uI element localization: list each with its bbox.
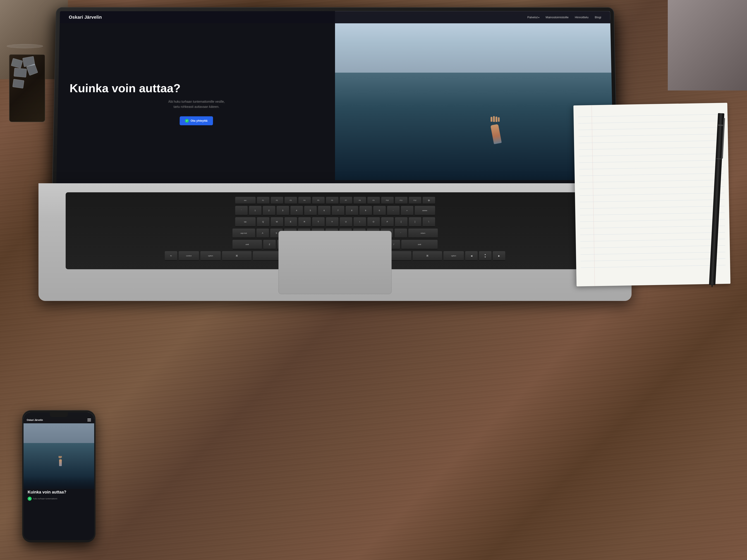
key-o[interactable]: O bbox=[367, 217, 380, 227]
phone-screen: Oskari Järvelin bbox=[24, 412, 94, 540]
nav-blogi[interactable]: Blogi bbox=[595, 16, 601, 19]
key-0[interactable]: 0 bbox=[373, 206, 386, 215]
key-i[interactable]: I bbox=[354, 217, 366, 227]
key-f11[interactable]: F11 bbox=[395, 197, 408, 204]
key-7[interactable]: 7 bbox=[332, 206, 344, 215]
key-4[interactable]: 4 bbox=[290, 206, 303, 215]
hand-emerging bbox=[490, 117, 501, 144]
nav-palvelut[interactable]: Palvelut bbox=[527, 16, 539, 19]
key-3[interactable]: 3 bbox=[277, 206, 289, 215]
notebook-line bbox=[580, 212, 725, 215]
key-esc[interactable]: esc bbox=[235, 197, 256, 204]
notebook-line bbox=[578, 147, 723, 150]
site-nav: Oskari Järvelin Palvelut Mainostoimistoi… bbox=[60, 11, 610, 24]
key-option-right[interactable]: option bbox=[443, 251, 464, 261]
laptop-bezel: Oskari Järvelin Palvelut Mainostoimistoi… bbox=[56, 11, 614, 188]
notebook-line bbox=[579, 180, 724, 182]
key-2[interactable]: 2 bbox=[263, 206, 275, 215]
key-u[interactable]: U bbox=[340, 217, 352, 227]
key-rbracket[interactable]: ] bbox=[409, 217, 421, 227]
key-8[interactable]: 8 bbox=[346, 206, 358, 215]
notebook-line bbox=[579, 160, 724, 163]
notebook-line bbox=[580, 206, 725, 209]
key-f5[interactable]: F5 bbox=[312, 197, 325, 204]
key-option-left[interactable]: option bbox=[200, 251, 221, 261]
key-w[interactable]: W bbox=[271, 217, 283, 227]
glass-body bbox=[9, 54, 45, 122]
notebook-line bbox=[580, 225, 725, 228]
phone-hamburger-menu[interactable] bbox=[87, 419, 91, 421]
laptop-screen-lid: Oskari Järvelin Palvelut Mainostoimistoi… bbox=[52, 7, 618, 190]
laptop: Oskari Järvelin Palvelut Mainostoimistoi… bbox=[52, 4, 652, 235]
key-f4[interactable]: F4 bbox=[298, 197, 311, 204]
notebook-line bbox=[579, 193, 724, 195]
key-arrow-updown: ▲ ▼ bbox=[479, 251, 491, 261]
key-f2[interactable]: F2 bbox=[271, 197, 283, 204]
notebook-line bbox=[578, 121, 723, 123]
notebook-line bbox=[579, 173, 724, 176]
key-f9[interactable]: F9 bbox=[367, 197, 380, 204]
key-tab[interactable]: tab bbox=[235, 217, 256, 227]
key-row-numbers: ` 1 2 3 4 5 6 7 8 9 0 - = delete bbox=[71, 206, 599, 215]
key-arrow-left[interactable]: ◀ bbox=[465, 251, 478, 261]
key-backtick[interactable]: ` bbox=[235, 206, 248, 215]
key-arrow-right[interactable]: ▶ bbox=[493, 251, 505, 261]
key-f7[interactable]: F7 bbox=[340, 197, 352, 204]
notebook bbox=[573, 103, 730, 287]
key-power[interactable]: ⏻ bbox=[422, 197, 435, 204]
notebook-line bbox=[578, 140, 723, 143]
key-control[interactable]: control bbox=[179, 251, 199, 261]
drink-glass bbox=[4, 45, 50, 122]
nav-links: Palvelut Mainostoimistoille Hinnoittelu … bbox=[527, 16, 601, 19]
key-f6[interactable]: F6 bbox=[326, 197, 338, 204]
hero-section: Kuinka voin auttaa? Älä huku turhaan tun… bbox=[56, 11, 614, 188]
phone-subtitle-row: huku turhaan tuntemattomi bbox=[28, 497, 90, 501]
key-1[interactable]: 1 bbox=[249, 206, 261, 215]
key-6[interactable]: 6 bbox=[318, 206, 331, 215]
ocean-water bbox=[335, 73, 614, 188]
key-return[interactable]: return bbox=[408, 229, 438, 238]
phone-subtext: huku turhaan tuntemattomi bbox=[33, 498, 57, 500]
key-e[interactable]: E bbox=[285, 217, 297, 227]
nav-hinnoittelu[interactable]: Hinnoittelu bbox=[575, 16, 589, 19]
key-f1[interactable]: F1 bbox=[257, 197, 269, 204]
key-command-left[interactable]: ⌘ bbox=[222, 251, 252, 261]
key-f8[interactable]: F8 bbox=[354, 197, 366, 204]
nav-mainostoimistoille[interactable]: Mainostoimistoille bbox=[545, 16, 568, 19]
key-9[interactable]: 9 bbox=[359, 206, 372, 215]
key-f12[interactable]: F12 bbox=[409, 197, 421, 204]
notebook-line bbox=[578, 127, 723, 130]
key-y[interactable]: Y bbox=[326, 217, 338, 227]
key-lbracket[interactable]: [ bbox=[395, 217, 408, 227]
key-t[interactable]: T bbox=[312, 217, 325, 227]
key-a[interactable]: A bbox=[256, 229, 269, 238]
key-shift-right[interactable]: shift bbox=[401, 240, 438, 249]
key-minus[interactable]: - bbox=[387, 206, 400, 215]
key-z[interactable]: Z bbox=[263, 240, 276, 249]
glass-rim bbox=[7, 44, 43, 48]
mobile-phone: Oskari Järvelin bbox=[23, 411, 95, 542]
key-apostrophe[interactable]: ' bbox=[394, 229, 407, 238]
key-q[interactable]: Q bbox=[257, 217, 269, 227]
notebook-line bbox=[581, 265, 726, 268]
key-p[interactable]: P bbox=[381, 217, 394, 227]
hero-subtitle: Älä huku turhaan tuntemattomille vesille… bbox=[69, 99, 324, 109]
trackpad[interactable] bbox=[278, 231, 392, 294]
key-r[interactable]: R bbox=[298, 217, 311, 227]
key-shift-left[interactable]: shift bbox=[232, 240, 262, 249]
key-fn[interactable]: fn bbox=[165, 251, 177, 261]
laptop-body: esc F1 F2 F3 F4 F5 F6 F7 F8 F9 F10 F11 F… bbox=[38, 183, 632, 301]
key-f10[interactable]: F10 bbox=[381, 197, 394, 204]
key-equals[interactable]: = bbox=[401, 206, 413, 215]
phone-hero-title: Kuinka voin auttaa? bbox=[28, 490, 90, 495]
key-capslock[interactable]: caps lock bbox=[232, 229, 255, 238]
key-5[interactable]: 5 bbox=[304, 206, 317, 215]
hero-cta-button[interactable]: ✓ Ota yhteyttä bbox=[180, 116, 213, 125]
hamburger-line-1 bbox=[87, 419, 91, 419]
key-delete[interactable]: delete bbox=[415, 206, 435, 215]
key-f3[interactable]: F3 bbox=[285, 197, 297, 204]
key-command-right[interactable]: ⌘ bbox=[413, 251, 442, 261]
notebook-line bbox=[580, 219, 725, 222]
key-backslash[interactable]: \ bbox=[422, 217, 435, 227]
notebook-line bbox=[579, 166, 724, 169]
